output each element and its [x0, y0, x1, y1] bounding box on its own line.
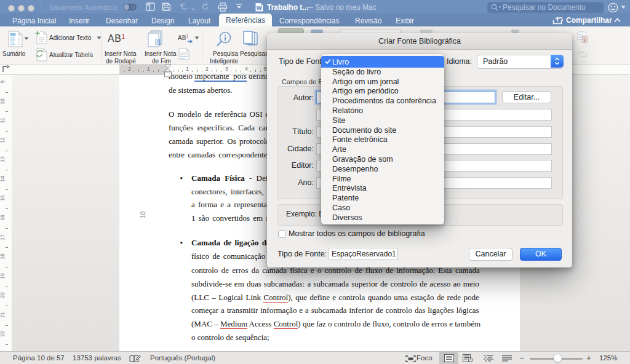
- svg-text:W: W: [257, 5, 262, 11]
- svg-text:[i]: [i]: [155, 38, 161, 45]
